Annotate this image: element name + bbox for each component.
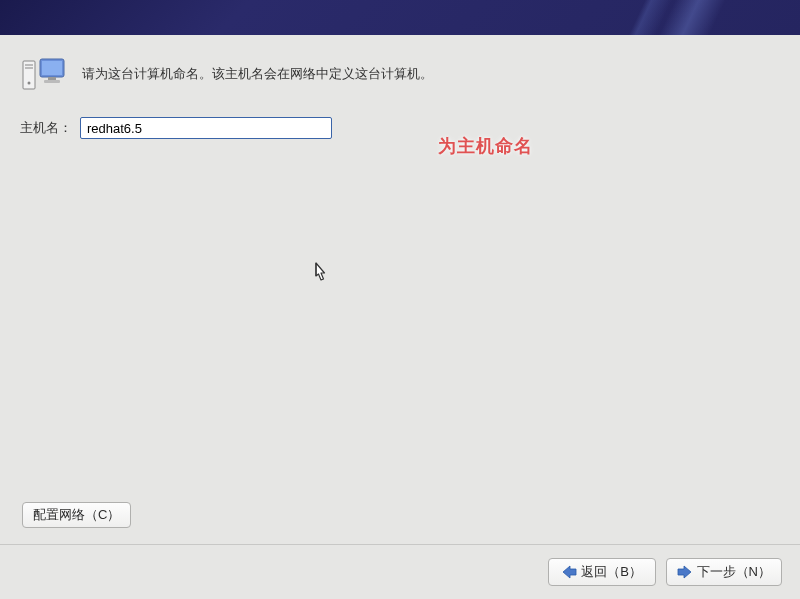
- main-content: 请为这台计算机命名。该主机名会在网络中定义这台计算机。 主机名： 为主机命名 配…: [0, 35, 800, 544]
- computer-network-icon: [22, 57, 66, 91]
- svg-rect-5: [42, 61, 62, 75]
- next-label: 下一步（N）: [697, 563, 771, 581]
- back-label: 返回（B）: [581, 563, 642, 581]
- annotation-label: 为主机命名: [438, 134, 533, 158]
- intro-row: 请为这台计算机命名。该主机名会在网络中定义这台计算机。: [22, 57, 778, 91]
- configure-network-label: 配置网络（C）: [33, 506, 120, 524]
- svg-rect-7: [44, 80, 60, 83]
- header-banner: [0, 0, 800, 35]
- arrow-left-icon: [561, 565, 577, 579]
- svg-point-3: [28, 82, 31, 85]
- hostname-input[interactable]: [80, 117, 332, 139]
- svg-rect-6: [48, 77, 56, 80]
- hostname-row: 主机名：: [22, 117, 778, 139]
- svg-rect-2: [25, 67, 33, 69]
- cursor-pointer-icon: [310, 261, 330, 285]
- configure-network-button[interactable]: 配置网络（C）: [22, 502, 131, 528]
- svg-rect-1: [25, 64, 33, 66]
- back-button[interactable]: 返回（B）: [548, 558, 656, 586]
- footer-nav: 返回（B） 下一步（N）: [0, 544, 800, 599]
- arrow-right-icon: [677, 565, 693, 579]
- hostname-label: 主机名：: [20, 119, 72, 137]
- next-button[interactable]: 下一步（N）: [666, 558, 782, 586]
- intro-text: 请为这台计算机命名。该主机名会在网络中定义这台计算机。: [82, 65, 433, 83]
